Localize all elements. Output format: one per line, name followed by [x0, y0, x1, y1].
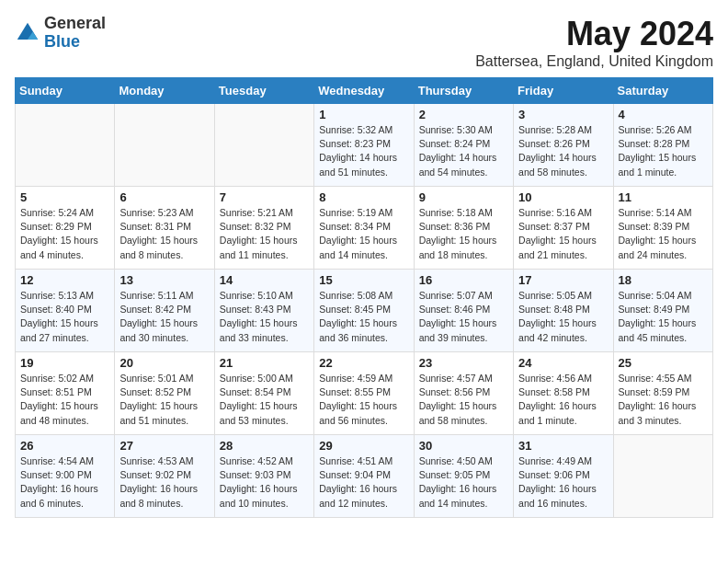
- day-number: 22: [319, 356, 408, 370]
- day-detail: Sunrise: 5:16 AM Sunset: 8:37 PM Dayligh…: [518, 206, 608, 262]
- calendar-cell: [115, 104, 214, 187]
- calendar-cell: 6Sunrise: 5:23 AM Sunset: 8:31 PM Daylig…: [115, 187, 214, 270]
- subtitle: Battersea, England, United Kingdom: [475, 53, 713, 70]
- day-detail: Sunrise: 5:28 AM Sunset: 8:26 PM Dayligh…: [518, 123, 608, 179]
- logo-text: General Blue: [44, 15, 106, 52]
- day-detail: Sunrise: 4:53 AM Sunset: 9:02 PM Dayligh…: [119, 454, 209, 511]
- day-number: 21: [220, 356, 309, 370]
- header-day-saturday: Saturday: [613, 78, 712, 104]
- calendar-week-5: 26Sunrise: 4:54 AM Sunset: 9:00 PM Dayli…: [16, 435, 713, 518]
- header-day-thursday: Thursday: [414, 78, 513, 104]
- day-detail: Sunrise: 5:14 AM Sunset: 8:39 PM Dayligh…: [619, 206, 708, 262]
- day-number: 27: [119, 439, 209, 453]
- day-detail: Sunrise: 5:19 AM Sunset: 8:34 PM Dayligh…: [319, 206, 408, 262]
- logo-icon: [15, 20, 40, 46]
- day-number: 1: [319, 108, 408, 121]
- day-number: 4: [619, 108, 708, 121]
- day-number: 17: [518, 273, 608, 287]
- day-detail: Sunrise: 4:57 AM Sunset: 8:56 PM Dayligh…: [419, 372, 508, 428]
- title-area: May 2024 Battersea, England, United King…: [475, 15, 713, 70]
- calendar-cell: 3Sunrise: 5:28 AM Sunset: 8:26 PM Daylig…: [514, 104, 613, 187]
- calendar-cell: 15Sunrise: 5:08 AM Sunset: 8:45 PM Dayli…: [314, 270, 414, 352]
- calendar-cell: 19Sunrise: 5:02 AM Sunset: 8:51 PM Dayli…: [16, 352, 115, 435]
- calendar-cell: [613, 435, 712, 518]
- calendar-table: SundayMondayTuesdayWednesdayThursdayFrid…: [15, 77, 713, 518]
- day-number: 30: [419, 439, 508, 453]
- day-detail: Sunrise: 4:50 AM Sunset: 9:05 PM Dayligh…: [419, 454, 508, 511]
- logo-blue-text: Blue: [44, 33, 106, 52]
- day-detail: Sunrise: 5:02 AM Sunset: 8:51 PM Dayligh…: [20, 372, 109, 428]
- calendar-body: 1Sunrise: 5:32 AM Sunset: 8:23 PM Daylig…: [16, 104, 713, 518]
- header: General Blue May 2024 Battersea, England…: [15, 15, 713, 70]
- calendar-cell: 21Sunrise: 5:00 AM Sunset: 8:54 PM Dayli…: [214, 352, 313, 435]
- day-number: 6: [119, 190, 209, 204]
- day-number: 20: [119, 356, 209, 370]
- day-number: 9: [419, 190, 508, 204]
- day-number: 31: [518, 439, 608, 453]
- day-detail: Sunrise: 5:21 AM Sunset: 8:32 PM Dayligh…: [220, 206, 309, 262]
- calendar-cell: 12Sunrise: 5:13 AM Sunset: 8:40 PM Dayli…: [16, 270, 115, 352]
- day-number: 23: [419, 356, 508, 370]
- calendar-cell: 8Sunrise: 5:19 AM Sunset: 8:34 PM Daylig…: [314, 187, 414, 270]
- day-detail: Sunrise: 5:00 AM Sunset: 8:54 PM Dayligh…: [220, 372, 309, 428]
- day-detail: Sunrise: 5:13 AM Sunset: 8:40 PM Dayligh…: [20, 289, 109, 345]
- header-day-friday: Friday: [514, 78, 613, 104]
- calendar-week-3: 12Sunrise: 5:13 AM Sunset: 8:40 PM Dayli…: [16, 270, 713, 352]
- day-number: 13: [119, 273, 209, 287]
- header-day-tuesday: Tuesday: [214, 78, 313, 104]
- day-number: 10: [518, 190, 608, 204]
- day-detail: Sunrise: 5:08 AM Sunset: 8:45 PM Dayligh…: [319, 289, 408, 345]
- day-number: 12: [20, 273, 109, 287]
- calendar-header: SundayMondayTuesdayWednesdayThursdayFrid…: [16, 78, 713, 104]
- calendar-cell: 25Sunrise: 4:55 AM Sunset: 8:59 PM Dayli…: [613, 352, 712, 435]
- calendar-cell: 4Sunrise: 5:26 AM Sunset: 8:28 PM Daylig…: [613, 104, 712, 187]
- day-detail: Sunrise: 5:32 AM Sunset: 8:23 PM Dayligh…: [319, 123, 408, 179]
- day-number: 18: [619, 273, 708, 287]
- calendar-cell: 5Sunrise: 5:24 AM Sunset: 8:29 PM Daylig…: [16, 187, 115, 270]
- day-number: 19: [20, 356, 109, 370]
- calendar-cell: 27Sunrise: 4:53 AM Sunset: 9:02 PM Dayli…: [115, 435, 214, 518]
- day-detail: Sunrise: 5:11 AM Sunset: 8:42 PM Dayligh…: [119, 289, 209, 345]
- day-number: 24: [518, 356, 608, 370]
- day-detail: Sunrise: 4:51 AM Sunset: 9:04 PM Dayligh…: [319, 454, 408, 511]
- logo: General Blue: [15, 15, 106, 52]
- day-detail: Sunrise: 5:30 AM Sunset: 8:24 PM Dayligh…: [419, 123, 508, 179]
- day-detail: Sunrise: 5:04 AM Sunset: 8:49 PM Dayligh…: [619, 289, 708, 345]
- logo-general-text: General: [44, 15, 106, 33]
- day-number: 28: [220, 439, 309, 453]
- calendar-cell: 18Sunrise: 5:04 AM Sunset: 8:49 PM Dayli…: [613, 270, 712, 352]
- day-detail: Sunrise: 5:01 AM Sunset: 8:52 PM Dayligh…: [119, 372, 209, 428]
- day-detail: Sunrise: 5:10 AM Sunset: 8:43 PM Dayligh…: [220, 289, 309, 345]
- header-day-wednesday: Wednesday: [314, 78, 414, 104]
- day-number: 3: [518, 108, 608, 121]
- day-detail: Sunrise: 5:07 AM Sunset: 8:46 PM Dayligh…: [419, 289, 508, 345]
- day-detail: Sunrise: 4:59 AM Sunset: 8:55 PM Dayligh…: [319, 372, 408, 428]
- calendar-cell: 26Sunrise: 4:54 AM Sunset: 9:00 PM Dayli…: [16, 435, 115, 518]
- day-number: 2: [419, 108, 508, 121]
- day-detail: Sunrise: 5:23 AM Sunset: 8:31 PM Dayligh…: [119, 206, 209, 262]
- header-row: SundayMondayTuesdayWednesdayThursdayFrid…: [16, 78, 713, 104]
- calendar-cell: 30Sunrise: 4:50 AM Sunset: 9:05 PM Dayli…: [414, 435, 513, 518]
- day-number: 7: [220, 190, 309, 204]
- day-number: 26: [20, 439, 109, 453]
- day-number: 5: [20, 190, 109, 204]
- day-number: 14: [220, 273, 309, 287]
- day-number: 29: [319, 439, 408, 453]
- calendar-cell: [16, 104, 115, 187]
- calendar-cell: 28Sunrise: 4:52 AM Sunset: 9:03 PM Dayli…: [214, 435, 313, 518]
- calendar-cell: 24Sunrise: 4:56 AM Sunset: 8:58 PM Dayli…: [514, 352, 613, 435]
- calendar-cell: 11Sunrise: 5:14 AM Sunset: 8:39 PM Dayli…: [613, 187, 712, 270]
- day-detail: Sunrise: 4:52 AM Sunset: 9:03 PM Dayligh…: [220, 454, 309, 511]
- day-detail: Sunrise: 5:26 AM Sunset: 8:28 PM Dayligh…: [619, 123, 708, 179]
- day-number: 16: [419, 273, 508, 287]
- calendar-week-4: 19Sunrise: 5:02 AM Sunset: 8:51 PM Dayli…: [16, 352, 713, 435]
- day-detail: Sunrise: 5:18 AM Sunset: 8:36 PM Dayligh…: [419, 206, 508, 262]
- calendar-cell: 16Sunrise: 5:07 AM Sunset: 8:46 PM Dayli…: [414, 270, 513, 352]
- day-number: 25: [619, 356, 708, 370]
- calendar-week-2: 5Sunrise: 5:24 AM Sunset: 8:29 PM Daylig…: [16, 187, 713, 270]
- day-number: 15: [319, 273, 408, 287]
- day-number: 8: [319, 190, 408, 204]
- calendar-cell: 23Sunrise: 4:57 AM Sunset: 8:56 PM Dayli…: [414, 352, 513, 435]
- calendar-cell: 29Sunrise: 4:51 AM Sunset: 9:04 PM Dayli…: [314, 435, 414, 518]
- header-day-monday: Monday: [115, 78, 214, 104]
